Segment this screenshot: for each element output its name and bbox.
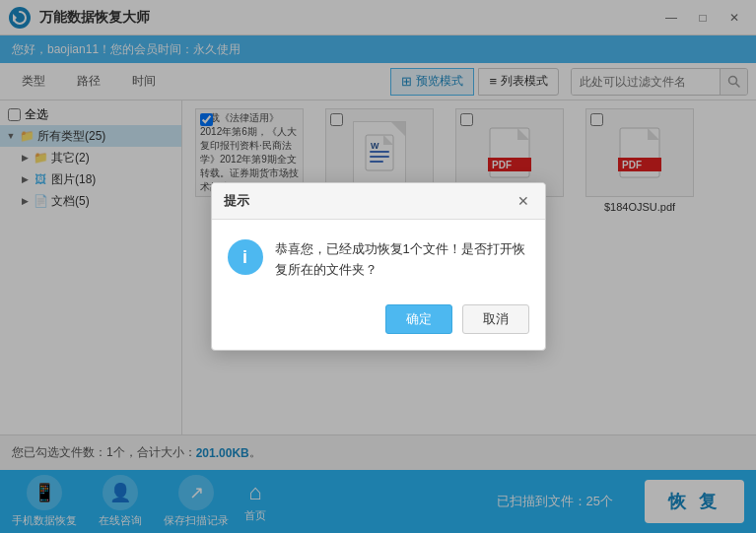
dialog-info-icon: i [228,239,263,275]
dialog-cancel-button[interactable]: 取消 [462,304,529,334]
dialog-confirm-button[interactable]: 确定 [385,304,452,334]
dialog-close-button[interactable]: ✕ [514,191,533,211]
dialog-overlay: 提示 ✕ i 恭喜您，已经成功恢复1个文件！是否打开恢复所在的文件夹？ 确定 取… [0,0,756,533]
dialog-title-bar: 提示 ✕ [212,183,545,220]
dialog-footer: 确定 取消 [212,297,545,350]
dialog: 提示 ✕ i 恭喜您，已经成功恢复1个文件！是否打开恢复所在的文件夹？ 确定 取… [211,182,546,351]
dialog-title: 提示 [224,192,249,210]
dialog-body: i 恭喜您，已经成功恢复1个文件！是否打开恢复所在的文件夹？ [212,220,545,297]
dialog-message: 恭喜您，已经成功恢复1个文件！是否打开恢复所在的文件夹？ [275,239,529,281]
